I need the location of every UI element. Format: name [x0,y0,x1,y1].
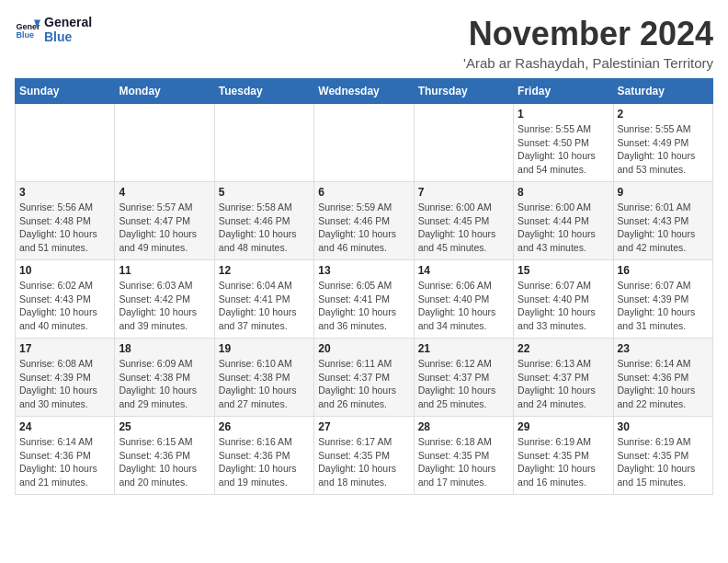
day-number: 20 [318,342,409,355]
day-info: Sunrise: 6:10 AM Sunset: 4:38 PM Dayligh… [219,357,310,411]
title-block: November 2024 'Arab ar Rashaydah, Palest… [463,15,713,71]
calendar-table: SundayMondayTuesdayWednesdayThursdayFrid… [15,78,713,495]
day-number: 10 [19,264,110,277]
day-info: Sunrise: 6:14 AM Sunset: 4:36 PM Dayligh… [19,435,110,489]
calendar-body: 1Sunrise: 5:55 AM Sunset: 4:50 PM Daylig… [16,104,713,495]
day-info: Sunrise: 6:04 AM Sunset: 4:41 PM Dayligh… [219,279,310,333]
calendar-cell: 24Sunrise: 6:14 AM Sunset: 4:36 PM Dayli… [16,417,115,495]
week-row-2: 3Sunrise: 5:56 AM Sunset: 4:48 PM Daylig… [16,182,713,260]
day-info: Sunrise: 6:00 AM Sunset: 4:45 PM Dayligh… [418,201,509,255]
weekday-saturday: Saturday [613,79,712,104]
calendar-cell: 25Sunrise: 6:15 AM Sunset: 4:36 PM Dayli… [115,417,214,495]
weekday-sunday: Sunday [16,79,115,104]
day-number: 2 [618,108,709,121]
page-header: General Blue General Blue November 2024 … [15,15,713,71]
calendar-cell: 26Sunrise: 6:16 AM Sunset: 4:36 PM Dayli… [214,417,313,495]
day-number: 11 [119,264,210,277]
day-info: Sunrise: 6:06 AM Sunset: 4:40 PM Dayligh… [418,279,509,333]
day-number: 3 [19,186,110,199]
day-info: Sunrise: 6:19 AM Sunset: 4:35 PM Dayligh… [618,435,709,489]
weekday-header-row: SundayMondayTuesdayWednesdayThursdayFrid… [16,79,713,104]
day-info: Sunrise: 6:19 AM Sunset: 4:35 PM Dayligh… [518,435,609,489]
day-number: 29 [518,420,609,433]
calendar-cell: 7Sunrise: 6:00 AM Sunset: 4:45 PM Daylig… [414,182,513,260]
weekday-thursday: Thursday [414,79,513,104]
day-info: Sunrise: 6:18 AM Sunset: 4:35 PM Dayligh… [418,435,509,489]
day-info: Sunrise: 6:12 AM Sunset: 4:37 PM Dayligh… [418,357,509,411]
svg-text:Blue: Blue [16,30,34,40]
month-title: November 2024 [463,15,713,53]
day-info: Sunrise: 6:09 AM Sunset: 4:38 PM Dayligh… [119,357,210,411]
logo-icon: General Blue [15,17,40,42]
calendar-cell: 15Sunrise: 6:07 AM Sunset: 4:40 PM Dayli… [514,260,613,339]
calendar-cell: 30Sunrise: 6:19 AM Sunset: 4:35 PM Dayli… [613,417,712,495]
location-title: 'Arab ar Rashaydah, Palestinian Territor… [463,55,713,71]
day-number: 22 [518,342,609,355]
day-info: Sunrise: 6:11 AM Sunset: 4:37 PM Dayligh… [318,357,409,411]
calendar-cell [414,104,513,182]
week-row-1: 1Sunrise: 5:55 AM Sunset: 4:50 PM Daylig… [16,104,713,182]
day-info: Sunrise: 6:07 AM Sunset: 4:40 PM Dayligh… [518,279,609,333]
calendar-cell: 17Sunrise: 6:08 AM Sunset: 4:39 PM Dayli… [16,339,115,417]
logo-line2: Blue [44,29,92,44]
day-info: Sunrise: 6:14 AM Sunset: 4:36 PM Dayligh… [618,357,709,411]
day-info: Sunrise: 5:58 AM Sunset: 4:46 PM Dayligh… [219,201,310,255]
day-info: Sunrise: 6:17 AM Sunset: 4:35 PM Dayligh… [318,435,409,489]
calendar-cell: 10Sunrise: 6:02 AM Sunset: 4:43 PM Dayli… [16,260,115,339]
day-number: 28 [418,420,509,433]
calendar-cell [214,104,313,182]
day-number: 21 [418,342,509,355]
weekday-tuesday: Tuesday [214,79,313,104]
calendar-cell: 27Sunrise: 6:17 AM Sunset: 4:35 PM Dayli… [314,417,414,495]
day-number: 27 [318,420,409,433]
logo-line1: General [44,15,92,29]
day-number: 1 [518,108,609,121]
day-info: Sunrise: 6:02 AM Sunset: 4:43 PM Dayligh… [19,279,110,333]
day-info: Sunrise: 6:07 AM Sunset: 4:39 PM Dayligh… [618,279,709,333]
calendar-cell: 12Sunrise: 6:04 AM Sunset: 4:41 PM Dayli… [214,260,313,339]
day-number: 5 [219,186,310,199]
calendar-cell: 23Sunrise: 6:14 AM Sunset: 4:36 PM Dayli… [613,339,712,417]
day-info: Sunrise: 6:08 AM Sunset: 4:39 PM Dayligh… [19,357,110,411]
day-number: 25 [119,420,210,433]
day-info: Sunrise: 6:13 AM Sunset: 4:37 PM Dayligh… [518,357,609,411]
calendar-cell: 20Sunrise: 6:11 AM Sunset: 4:37 PM Dayli… [314,339,414,417]
calendar-cell: 9Sunrise: 6:01 AM Sunset: 4:43 PM Daylig… [613,182,712,260]
calendar-cell: 18Sunrise: 6:09 AM Sunset: 4:38 PM Dayli… [115,339,214,417]
calendar-cell: 5Sunrise: 5:58 AM Sunset: 4:46 PM Daylig… [214,182,313,260]
day-number: 30 [618,420,709,433]
calendar-cell: 11Sunrise: 6:03 AM Sunset: 4:42 PM Dayli… [115,260,214,339]
day-number: 9 [618,186,709,199]
calendar-cell [115,104,214,182]
calendar-cell: 4Sunrise: 5:57 AM Sunset: 4:47 PM Daylig… [115,182,214,260]
weekday-monday: Monday [115,79,214,104]
day-number: 17 [19,342,110,355]
week-row-3: 10Sunrise: 6:02 AM Sunset: 4:43 PM Dayli… [16,260,713,339]
week-row-4: 17Sunrise: 6:08 AM Sunset: 4:39 PM Dayli… [16,339,713,417]
day-number: 15 [518,264,609,277]
calendar-cell [314,104,414,182]
day-info: Sunrise: 5:55 AM Sunset: 4:49 PM Dayligh… [618,122,709,177]
calendar-cell: 13Sunrise: 6:05 AM Sunset: 4:41 PM Dayli… [314,260,414,339]
day-number: 14 [418,264,509,277]
day-number: 6 [318,186,409,199]
calendar-cell: 6Sunrise: 5:59 AM Sunset: 4:46 PM Daylig… [314,182,414,260]
day-number: 16 [618,264,709,277]
day-number: 26 [219,420,310,433]
calendar-cell: 19Sunrise: 6:10 AM Sunset: 4:38 PM Dayli… [214,339,313,417]
calendar-cell: 21Sunrise: 6:12 AM Sunset: 4:37 PM Dayli… [414,339,513,417]
calendar-cell: 29Sunrise: 6:19 AM Sunset: 4:35 PM Dayli… [514,417,613,495]
day-number: 7 [418,186,509,199]
week-row-5: 24Sunrise: 6:14 AM Sunset: 4:36 PM Dayli… [16,417,713,495]
day-number: 24 [19,420,110,433]
day-info: Sunrise: 6:00 AM Sunset: 4:44 PM Dayligh… [518,201,609,255]
day-info: Sunrise: 5:57 AM Sunset: 4:47 PM Dayligh… [119,201,210,255]
day-number: 4 [119,186,210,199]
day-number: 19 [219,342,310,355]
day-number: 12 [219,264,310,277]
calendar-cell: 1Sunrise: 5:55 AM Sunset: 4:50 PM Daylig… [514,104,613,182]
calendar-cell: 2Sunrise: 5:55 AM Sunset: 4:49 PM Daylig… [613,104,712,182]
logo: General Blue General Blue [15,15,92,44]
day-info: Sunrise: 6:16 AM Sunset: 4:36 PM Dayligh… [219,435,310,489]
calendar-cell: 8Sunrise: 6:00 AM Sunset: 4:44 PM Daylig… [514,182,613,260]
